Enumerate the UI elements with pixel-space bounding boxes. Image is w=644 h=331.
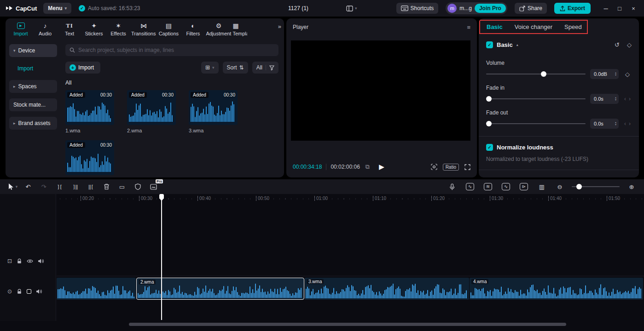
volume-keyframe-icon[interactable]: ◇ (623, 71, 632, 78)
media-clip-2wma[interactable]: Added 00:30 2.wma (127, 90, 176, 133)
tab-audio[interactable]: ♪ Audio (34, 22, 57, 36)
view-mode-button[interactable]: ⊞ ▾ (201, 62, 219, 74)
time-ruler[interactable]: 00:20 00:30 00:40 00:50 01:00 01:10 01:2… (56, 194, 644, 203)
delete-button[interactable] (100, 181, 112, 192)
player-menu-icon[interactable]: ≡ (467, 24, 470, 31)
tab-templates[interactable]: ▦ Templates (232, 22, 247, 36)
menu-button[interactable]: Menu ▾ (43, 3, 71, 14)
pages-icon[interactable]: ⧉ (366, 163, 370, 171)
redo-button[interactable]: ↷ (38, 181, 50, 192)
select-tool-button[interactable]: ▾ (6, 181, 18, 192)
collapse-icon[interactable]: ▴ (516, 43, 518, 47)
avatar[interactable]: m (447, 4, 457, 13)
clip-expand-toggle[interactable]: ⊳ (518, 181, 530, 192)
audio-waveform-toggle-1[interactable]: ∿ (464, 181, 476, 192)
close-button[interactable]: × (627, 1, 640, 15)
audio-track-icon[interactable]: ⊙ (7, 288, 12, 295)
slider-knob[interactable] (486, 121, 492, 126)
sidebar-item-spaces[interactable]: ▸ Spaces (9, 80, 57, 93)
timeline-canvas[interactable]: 2.wma 3.wma 4.wma (57, 203, 644, 321)
normalize-checkbox[interactable]: ✓ (486, 144, 493, 151)
tab-effects[interactable]: ✶ Effects (107, 22, 130, 36)
tab-transitions[interactable]: ⋈ Transitions (131, 22, 156, 36)
video-track-icon[interactable]: ⊡ (7, 258, 12, 264)
share-button[interactable]: Share (515, 3, 547, 14)
fullscreen-icon[interactable] (464, 164, 470, 170)
volume-slider[interactable] (486, 71, 586, 77)
stepper-icons[interactable]: ▴▾ (615, 72, 616, 76)
zoom-out-button[interactable]: ⊖ (554, 181, 566, 192)
audio-waveform-toggle-3[interactable]: ∿ (500, 181, 512, 192)
basic-checkbox[interactable]: ✓ (486, 41, 493, 48)
maximize-button[interactable]: □ (613, 1, 627, 15)
preview-strip-toggle[interactable]: ▥ (536, 181, 548, 192)
more-tabs-icon[interactable]: » (278, 23, 281, 30)
timeline-clip-1wma[interactable] (57, 278, 136, 300)
fade-out-value[interactable]: 0.0s ▴▾ (590, 119, 619, 129)
media-clip-3wma[interactable]: Added 00:30 3.wma (189, 90, 238, 133)
volume-value[interactable]: 0.0dB ▴▾ (590, 69, 619, 79)
tab-voice-changer[interactable]: Voice changer (515, 23, 552, 30)
media-clip-1wma[interactable]: Added 00:30 1.wma (65, 90, 114, 133)
tab-basic[interactable]: Basic (487, 23, 503, 30)
reset-icon[interactable]: ↺ (615, 41, 620, 48)
speaker-icon[interactable] (38, 258, 44, 264)
undo-button[interactable]: ↶ (22, 181, 34, 192)
export-button[interactable]: Export (554, 3, 591, 14)
join-pro-button[interactable]: Join Pro (475, 4, 506, 13)
slider-knob[interactable] (576, 184, 582, 189)
zoom-slider[interactable] (572, 183, 620, 190)
track-toggle-icon[interactable] (27, 289, 31, 294)
audio-waveform-toggle-2[interactable]: ≋ (482, 181, 494, 192)
crop-button[interactable]: ▭ (116, 181, 128, 192)
lock-icon[interactable] (17, 258, 22, 264)
timeline-clip-3wma[interactable]: 3.wma (305, 278, 469, 300)
minimize-button[interactable]: ─ (599, 1, 613, 15)
zoom-in-button[interactable]: ⊕ (626, 181, 638, 192)
slider-knob[interactable] (486, 96, 492, 102)
import-button[interactable]: + Import (65, 62, 100, 74)
lock-icon[interactable] (17, 289, 22, 294)
split-button[interactable]: ][ (53, 181, 65, 192)
sidebar-item-brand-assets[interactable]: ▸ Brand assets (9, 117, 57, 130)
tab-captions[interactable]: ▤ Captions (157, 22, 180, 36)
timeline-clip-4wma[interactable]: 4.wma (470, 278, 643, 300)
tab-speed[interactable]: Speed (564, 23, 582, 30)
stepper-icons[interactable]: ▴▾ (615, 121, 616, 126)
tab-stickers[interactable]: ✦ Stickers (82, 22, 105, 36)
media-clip-4wma[interactable]: Added 00:30 4.wma (65, 140, 114, 177)
sidebar-item-import[interactable]: Import (9, 63, 57, 74)
account-pill[interactable]: m m...g Join Pro (446, 2, 507, 14)
delete-right-button[interactable]: ‖[ (85, 181, 97, 192)
sort-button[interactable]: Sort ⇅ (223, 62, 248, 74)
enhance-checkbox[interactable] (486, 177, 493, 178)
slider-knob[interactable] (541, 71, 546, 77)
fade-in-nav[interactable]: ‹› (623, 96, 632, 102)
keyframe-icon[interactable]: ◇ (627, 41, 632, 48)
tab-adjustment[interactable]: ⚙ Adjustment (206, 22, 231, 36)
fade-in-slider[interactable] (486, 96, 586, 102)
mask-button[interactable] (132, 181, 144, 192)
speaker-icon[interactable] (36, 289, 42, 294)
stepper-icons[interactable]: ▴▾ (615, 97, 616, 101)
layout-switcher[interactable]: ▾ (346, 0, 357, 17)
delete-left-button[interactable]: ]‖ (69, 181, 81, 192)
fade-out-nav[interactable]: ‹› (623, 120, 632, 127)
sidebar-item-stock-materials[interactable]: Stock mate... (9, 98, 57, 111)
tab-import[interactable]: ▶ Import (9, 22, 32, 36)
tab-filters[interactable]: ◐ Filters (181, 22, 204, 36)
ratio-button[interactable]: Ratio (443, 164, 459, 171)
record-voiceover-button[interactable] (446, 181, 458, 192)
sidebar-item-device[interactable]: ▾ Device (9, 44, 57, 57)
fade-in-value[interactable]: 0.0s ▴▾ (590, 94, 619, 104)
play-button[interactable]: ▶ (379, 163, 384, 171)
search-input[interactable] (78, 47, 274, 53)
fade-out-slider[interactable] (486, 120, 586, 127)
shortcuts-button[interactable]: Shortcuts (396, 3, 439, 14)
eye-icon[interactable] (27, 259, 33, 263)
filter-all-button[interactable]: All (252, 62, 278, 74)
focus-icon[interactable] (431, 164, 437, 170)
timeline-scrollbar[interactable] (129, 323, 566, 326)
smart-edit-pro-button[interactable]: Pro (147, 181, 159, 192)
playhead[interactable] (161, 194, 162, 320)
